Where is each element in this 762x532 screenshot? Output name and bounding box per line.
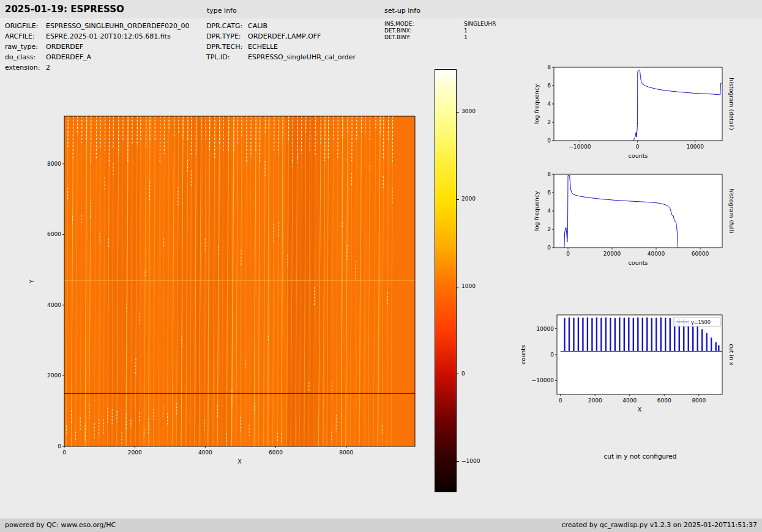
colorbar-tick (457, 374, 459, 374)
meta-row-arcfile: ARCFILE:ESPRE.2025-01-20T10:12:05.681.fi… (5, 32, 189, 43)
y-tick-label: 2000 (47, 372, 61, 379)
x-tick-label: 4000 (622, 397, 637, 404)
y-tick-label: 6 (547, 83, 551, 89)
cut-in-y-message: cut in y not configured (563, 453, 717, 460)
x-tick-label: 0 (566, 251, 570, 257)
y-tick-label: 4000 (47, 302, 61, 308)
meta-value: ORDERDEF,LAMP,OFF (248, 32, 321, 40)
meta-key: raw_type: (5, 43, 46, 51)
y-tick-label: 8 (547, 171, 551, 177)
y-tick-label: 0 (550, 352, 554, 358)
page-title: 2025-01-19: ESPRESSO (5, 4, 124, 15)
x-axis-label: X (638, 406, 642, 413)
colorbar-tick-label: 0 (461, 371, 465, 377)
x-tick-label: 20000 (603, 251, 621, 257)
meta-key: ORIGFILE: (5, 22, 46, 30)
y-tick-label: 2 (547, 119, 551, 125)
cut-in-x-plot: 02000400060008000100000−10000Xcountscut … (514, 309, 747, 422)
meta-row-dprtype: DPR.TYPE:ORDERDEF,LAMP,OFF (206, 32, 356, 43)
y-tick-label: 8000 (47, 161, 61, 167)
setup-info-label: set-up info (384, 7, 420, 15)
meta-key: DPR.TYPE: (206, 32, 248, 40)
y-tick-label: 0 (547, 138, 551, 144)
y-tick-label: 6 (547, 190, 551, 196)
type-info-block: DPR.CATG:CALIB DPR.TYPE:ORDERDEF,LAMP,OF… (206, 22, 356, 64)
echelle-orders-image (64, 116, 415, 450)
y-axis-label: log frequency (533, 191, 540, 231)
meta-row-dprcatg: DPR.CATG:CALIB (206, 22, 356, 32)
y-tick-label: 4 (547, 208, 551, 214)
x-tick-label: 6000 (657, 397, 671, 404)
meta-key: INS.MODE: (384, 21, 464, 27)
plot-area (554, 67, 722, 141)
histogram-full-plot: 020000400006000002468countslog frequency… (526, 168, 747, 278)
x-tick-label: −10000 (569, 144, 591, 150)
meta-value: ORDERDEF (46, 43, 83, 51)
y-tick-label: 10000 (536, 326, 554, 332)
x-tick-label: 4000 (198, 449, 212, 456)
colorbar-tick (457, 112, 459, 113)
x-tick-label: 8000 (339, 449, 353, 456)
setup-info-block: INS.MODE:SINGLEUHR DET.BINX:1 DET.BINY:1 (384, 21, 496, 41)
raw-frame-image-plot: 0200040006000800002000400060008000XY (24, 58, 428, 486)
meta-key: DPR.CATG: (206, 22, 248, 30)
meta-value: CALIB (248, 22, 267, 30)
qc-report-page: 2025-01-19: ESPRESSO type info set-up in… (0, 0, 762, 532)
x-axis-label: X (237, 458, 242, 465)
x-tick-label: 40000 (648, 251, 665, 257)
x-tick-label: 8000 (692, 397, 706, 404)
legend-label: y=1500 (691, 320, 711, 325)
meta-key: DET.BINY: (384, 34, 464, 40)
x-tick-label: 2000 (588, 397, 602, 404)
meta-value: ESPRESSO_SINGLEUHR_ORDERDEF020_00 (46, 22, 189, 30)
y-axis-label: log frequency (533, 84, 540, 124)
right-axis-label: histogram (detail) (728, 78, 735, 130)
meta-key: DET.BINX: (384, 28, 464, 34)
x-tick-label: 0 (636, 144, 640, 150)
meta-value: ESPRE.2025-01-20T10:12:05.681.fits (46, 32, 171, 40)
meta-key: ARCFILE: (5, 32, 46, 40)
meta-key: DPR.TECH: (206, 43, 248, 51)
meta-value: SINGLEUHR (464, 21, 496, 27)
header-bar: 2025-01-19: ESPRESSO type info set-up in… (0, 0, 762, 18)
meta-row-rawtype: raw_type:ORDERDEF (5, 43, 189, 53)
meta-row-detbiny: DET.BINY:1 (384, 34, 496, 41)
colorbar-tick-label: −1000 (461, 458, 480, 464)
x-tick-label: 6000 (269, 449, 283, 456)
meta-row-origfile: ORIGFILE:ESPRESSO_SINGLEUHR_ORDERDEF020_… (5, 22, 189, 32)
meta-row-dprtech: DPR.TECH:ECHELLE (206, 43, 356, 53)
y-axis-label: Y (28, 279, 35, 284)
meta-row-insmode: INS.MODE:SINGLEUHR (384, 21, 496, 28)
y-tick-label: 2 (547, 226, 551, 232)
y-tick-label: 8 (547, 64, 551, 70)
x-tick-label: 0 (559, 397, 562, 404)
colorbar-tick (457, 287, 459, 287)
footer-created-by: created by qc_rawdisp.py v1.2.3 on 2025-… (561, 519, 757, 532)
right-axis-label: cut in x (728, 344, 735, 366)
colorbar-tick (457, 461, 459, 462)
meta-value: ECHELLE (248, 43, 278, 51)
y-tick-label: 4 (547, 101, 551, 107)
colorbar-tick-label: 2000 (461, 196, 476, 202)
colorbar-tick-label: 3000 (461, 108, 476, 114)
colorbar (435, 69, 457, 492)
y-axis-label: counts (520, 345, 526, 364)
x-tick-label: 10000 (686, 144, 704, 150)
y-tick-label: −10000 (532, 377, 554, 383)
meta-value: 1 (464, 34, 468, 40)
footer-powered-by: powered by QC: www.eso.org/HC (5, 519, 116, 532)
right-axis-label: histogram (full) (728, 188, 735, 233)
x-axis-label: counts (629, 259, 648, 266)
footer-bar: powered by QC: www.eso.org/HC created by… (0, 519, 762, 532)
y-tick-label: 0 (547, 245, 551, 251)
x-tick-label: 60000 (692, 251, 709, 257)
type-info-label: type info (207, 7, 237, 15)
y-tick-label: 6000 (47, 231, 61, 237)
colorbar-tick (457, 199, 459, 200)
plot-area (554, 174, 722, 248)
meta-row-detbinx: DET.BINX:1 (384, 28, 496, 34)
meta-value: 1 (464, 28, 468, 34)
y-tick-label: 0 (58, 443, 61, 449)
x-axis-label: counts (629, 152, 648, 159)
histogram-detail-plot: −1000001000002468countslog frequencyhist… (526, 61, 747, 171)
